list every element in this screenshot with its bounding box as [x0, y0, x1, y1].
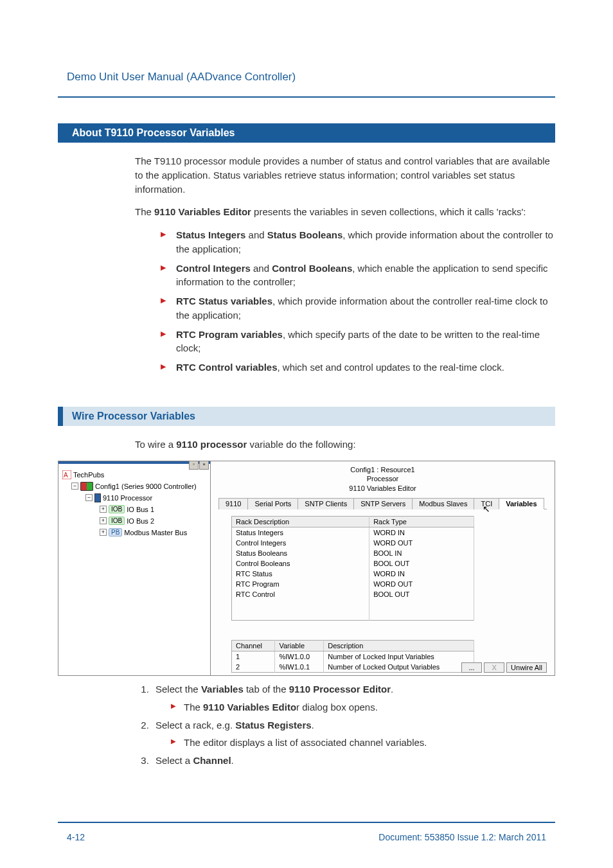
wire-intro-post: variable do the following:	[247, 439, 355, 450]
tree-root[interactable]: A TechPubs	[62, 469, 206, 481]
dock-icon[interactable]: ▫	[189, 461, 199, 470]
s1-b1: Variables	[201, 684, 244, 695]
tree-iobus1-label: IO Bus 1	[127, 506, 154, 513]
close-icon[interactable]: ×	[199, 461, 209, 470]
ch-cell: %IW1.0.1	[275, 662, 324, 673]
tab-serial-ports[interactable]: Serial Ports	[247, 498, 298, 509]
rack-col-description: Rack Description	[232, 517, 369, 527]
rack-header-row: Rack Description Rack Type	[232, 517, 474, 527]
collapse-icon[interactable]: −	[71, 483, 78, 490]
tab-modbus-slaves[interactable]: Modbus Slaves	[412, 498, 474, 509]
para-2-pre: The	[135, 206, 154, 217]
clear-button[interactable]: X	[484, 662, 504, 673]
crumb-config: Config1 : Resource1	[218, 465, 547, 475]
b2-bold1: Control Integers	[176, 263, 251, 274]
rack-cell: RTC Status	[232, 569, 369, 579]
processor-icon	[94, 493, 101, 502]
b2-bold2: Control Booleans	[272, 263, 352, 274]
s3-pre: Select a	[155, 755, 193, 766]
tree-iobus2-label: IO Bus 2	[127, 517, 154, 525]
iob-chip-icon: IOB	[109, 505, 125, 513]
crumb-editor: 9110 Variables Editor	[218, 484, 547, 493]
channel-row[interactable]: 2 %IW1.0.1 Number of Locked Output Varia…	[232, 662, 474, 673]
tab-sntp-servers[interactable]: SNTP Servers	[353, 498, 413, 509]
step-2-sub: The editor displays a list of associated…	[171, 736, 555, 750]
b2-mid: and	[251, 263, 272, 274]
bullet-rtc-program: RTC Program variables, which specify par…	[161, 328, 555, 356]
b1-bold2: Status Booleans	[267, 229, 343, 240]
rack-row[interactable]: Control IntegersWORD OUT	[232, 538, 474, 548]
rack-row[interactable]: RTC ProgramWORD OUT	[232, 579, 474, 589]
expand-icon[interactable]: +	[100, 529, 107, 536]
tree-config-label: Config1 (Series 9000 Controller)	[95, 483, 197, 490]
wire-intro-bold: 9110 processor	[176, 439, 247, 450]
ch-cell: 1	[232, 651, 275, 662]
tab-9110[interactable]: 9110	[218, 498, 248, 509]
rack-cell: Status Integers	[232, 527, 369, 538]
step-1-sub: The 9110 Variables Editor dialog box ope…	[171, 700, 555, 714]
pb-chip-icon: PB	[109, 528, 122, 536]
window-controls: ▫ ×	[189, 461, 209, 470]
bullet-rtc-control: RTC Control variables, which set and con…	[161, 360, 555, 375]
rack-row[interactable]: Control BooleansBOOL OUT	[232, 558, 474, 569]
s1s-pre: The	[184, 702, 203, 713]
section-heading-wire: Wire Processor Variables	[58, 407, 555, 426]
rack-row[interactable]: Status IntegersWORD IN	[232, 527, 474, 538]
step-2: Select a rack, e.g. Status Registers. Th…	[152, 718, 555, 750]
page-footer: 4-12 Document: 553850 Issue 1.2: March 2…	[58, 822, 555, 842]
rack-col-type: Rack Type	[369, 517, 474, 527]
ch-cell: Number of Locked Output Variables	[324, 662, 474, 673]
tree-modbus-label: Modbus Master Bus	[124, 529, 187, 536]
para-2-post: presents the variables in seven collecti…	[251, 206, 526, 217]
rack-row[interactable]: Status BooleansBOOL IN	[232, 548, 474, 558]
tab-sntp-clients[interactable]: SNTP Clients	[298, 498, 354, 509]
wire-intro: To wire a 9110 processor variable do the…	[58, 438, 555, 452]
footer-rule	[58, 822, 555, 823]
step-1: Select the Variables tab of the 9110 Pro…	[152, 682, 555, 714]
iob-chip-icon: IOB	[109, 517, 125, 525]
para-2-bold: 9110 Variables Editor	[154, 206, 251, 217]
tree-iobus1[interactable]: + IOB IO Bus 1	[62, 504, 206, 515]
collapse-icon[interactable]: −	[85, 494, 93, 501]
b5-bold: RTC Control variables	[176, 362, 278, 373]
rack-cell: BOOL OUT	[369, 589, 474, 599]
tree-titlebar: ▫ ×	[58, 461, 210, 464]
ch-col-variable: Variable	[275, 641, 324, 651]
b4-bold: RTC Program variables	[176, 329, 283, 340]
header-title: Demo Unit User Manual (AADvance Controll…	[58, 71, 555, 84]
rack-row-empty	[232, 610, 474, 621]
expand-icon[interactable]: +	[100, 506, 107, 513]
channel-row[interactable]: 1 %IW1.0.0 Number of Locked Input Variab…	[232, 651, 474, 662]
b1-bold1: Status Integers	[176, 229, 245, 240]
rack-row[interactable]: RTC StatusWORD IN	[232, 569, 474, 579]
svg-text:A: A	[64, 472, 68, 479]
rack-row[interactable]: RTC ControlBOOL OUT	[232, 589, 474, 599]
crumb-processor: Processor	[218, 474, 547, 484]
ch-cell: %IW1.0.0	[275, 651, 324, 662]
ch-cell: 2	[232, 662, 275, 673]
tab-variables[interactable]: Variables	[499, 498, 544, 509]
rack-cell: RTC Program	[232, 579, 369, 589]
tree-config[interactable]: − Config1 (Series 9000 Controller)	[62, 481, 206, 492]
browse-button[interactable]: ...	[461, 662, 482, 673]
editor-panel: Config1 : Resource1 Processor 9110 Varia…	[211, 461, 555, 677]
s1-b2: 9110 Processor Editor	[289, 684, 391, 695]
rack-cell: WORD OUT	[369, 579, 474, 589]
unwire-all-button[interactable]: Unwire All	[506, 662, 547, 673]
rack-cell: WORD IN	[369, 527, 474, 538]
expand-icon[interactable]: +	[100, 517, 107, 524]
rack-cell: WORD IN	[369, 569, 474, 579]
rack-cell: Status Booleans	[232, 548, 369, 558]
cursor-icon: ↖	[483, 504, 490, 514]
section-heading-about: About T9110 Processor Variables	[58, 123, 555, 143]
footer-page-number: 4-12	[67, 832, 85, 842]
tree-iobus2[interactable]: + IOB IO Bus 2	[62, 515, 206, 527]
tree-modbus[interactable]: + PB Modbus Master Bus	[62, 527, 206, 538]
s1-post: .	[391, 684, 393, 695]
s3-post: .	[231, 755, 234, 766]
rack-cell: Control Integers	[232, 538, 369, 548]
ch-col-description: Description	[324, 641, 474, 651]
racks-bullet-list: Status Integers and Status Booleans, whi…	[58, 228, 555, 375]
tree-processor[interactable]: − 9110 Processor	[62, 492, 206, 504]
tree-root-label: TechPubs	[73, 471, 104, 479]
